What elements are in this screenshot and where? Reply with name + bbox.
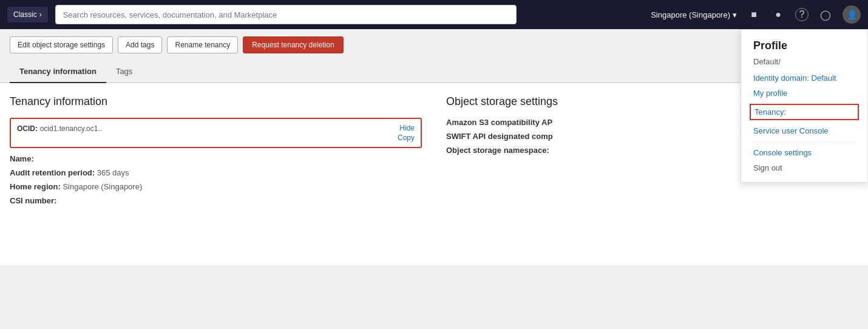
audit-label: Audit retention period: bbox=[10, 168, 95, 177]
hide-link[interactable]: Hide bbox=[399, 124, 415, 132]
navbar: Classic › Singapore (Singapore) ▾ ■ ● ? … bbox=[0, 0, 868, 29]
rename-tenancy-button[interactable]: Rename tenancy bbox=[167, 36, 238, 53]
copy-link[interactable]: Copy bbox=[398, 134, 415, 142]
csi-row: CSI number: bbox=[10, 196, 422, 205]
name-label: Name: bbox=[10, 154, 34, 163]
sign-out-link[interactable]: Sign out bbox=[753, 163, 855, 172]
tab-bar: Tenancy information Tags bbox=[0, 61, 868, 83]
audit-row: Audit retention period: 365 days bbox=[10, 168, 422, 177]
dropdown-divider bbox=[753, 141, 855, 142]
dropdown-title: Profile bbox=[753, 39, 855, 52]
chevron-down-icon: ▾ bbox=[733, 10, 737, 19]
csi-label: CSI number: bbox=[10, 196, 56, 205]
swift-label: SWIFT API designated comp bbox=[446, 132, 553, 141]
chevron-right-icon: › bbox=[39, 10, 42, 19]
region-label: Singapore (Singapore) bbox=[651, 10, 730, 19]
console-settings-link[interactable]: Console settings bbox=[753, 148, 855, 157]
bell-icon[interactable]: ● bbox=[771, 7, 785, 22]
cloud-shell-icon[interactable]: ■ bbox=[747, 7, 761, 22]
audit-value: 365 days bbox=[97, 168, 129, 177]
ocid-content: OCID: ocid1.tenancy.oc1.. bbox=[17, 124, 398, 133]
ocid-box: OCID: ocid1.tenancy.oc1.. Hide Copy bbox=[10, 118, 422, 148]
user-avatar[interactable]: 👤 bbox=[843, 5, 861, 24]
edit-storage-button[interactable]: Edit object storage settings bbox=[10, 36, 113, 53]
tenancy-link[interactable]: Tenancy: bbox=[750, 104, 859, 120]
tenancy-info-panel: Tenancy information OCID: ocid1.tenancy.… bbox=[10, 95, 422, 253]
dropdown-subtitle: Default/ bbox=[753, 57, 855, 66]
search-input[interactable] bbox=[55, 5, 517, 24]
tab-tags[interactable]: Tags bbox=[106, 61, 142, 83]
home-region-row: Home region: Singapore (Singapore) bbox=[10, 182, 422, 191]
profile-dropdown: Profile Default/ Identity domain: Defaul… bbox=[741, 29, 868, 183]
s3-label: Amazon S3 compatibility AP bbox=[446, 118, 552, 127]
ocid-label: OCID: bbox=[17, 124, 38, 133]
ocid-value: ocid1.tenancy.oc1.. bbox=[40, 124, 103, 133]
home-region-value: Singapore (Singapore) bbox=[63, 182, 142, 191]
globe-icon[interactable]: ◯ bbox=[818, 7, 833, 22]
add-tags-button[interactable]: Add tags bbox=[118, 36, 162, 53]
namespace-label: Object storage namespace: bbox=[446, 146, 549, 155]
service-user-link[interactable]: Service user Console bbox=[753, 126, 855, 135]
help-icon[interactable]: ? bbox=[795, 8, 809, 21]
identity-domain-link[interactable]: Identity domain: Default bbox=[753, 73, 855, 83]
main-area: Edit object storage settings Add tags Re… bbox=[0, 29, 868, 265]
tab-tenancy-info[interactable]: Tenancy information bbox=[10, 61, 106, 83]
content-area: Tenancy information OCID: ocid1.tenancy.… bbox=[0, 83, 868, 265]
nav-right: Singapore (Singapore) ▾ ■ ● ? ◯ 👤 bbox=[651, 5, 861, 24]
request-deletion-button[interactable]: Request tenancy deletion bbox=[243, 36, 343, 53]
toolbar: Edit object storage settings Add tags Re… bbox=[0, 29, 868, 61]
tenancy-section-title: Tenancy information bbox=[10, 95, 422, 108]
home-region-label: Home region: bbox=[10, 182, 61, 191]
name-row: Name: bbox=[10, 154, 422, 163]
ocid-actions: Hide Copy bbox=[398, 124, 415, 142]
classic-button[interactable]: Classic › bbox=[7, 7, 48, 22]
my-profile-link[interactable]: My profile bbox=[753, 89, 855, 98]
region-selector[interactable]: Singapore (Singapore) ▾ bbox=[651, 10, 737, 19]
classic-label: Classic bbox=[13, 10, 37, 19]
